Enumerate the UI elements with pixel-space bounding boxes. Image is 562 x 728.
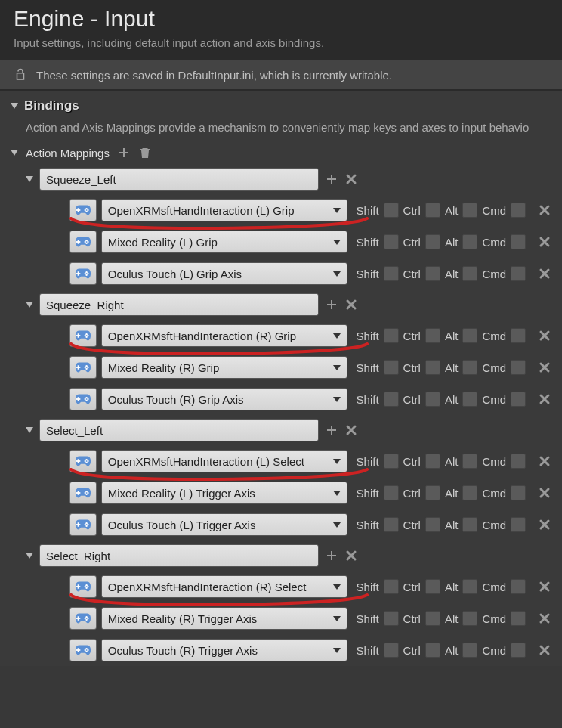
cmd-checkbox[interactable] [511, 266, 526, 281]
shift-checkbox[interactable] [384, 360, 399, 375]
shift-checkbox[interactable] [384, 485, 399, 500]
cmd-checkbox[interactable] [511, 328, 526, 343]
gamepad-icon[interactable] [69, 388, 97, 410]
shift-checkbox[interactable] [384, 234, 399, 249]
alt-checkbox[interactable] [462, 360, 477, 375]
ctrl-checkbox[interactable] [425, 234, 440, 249]
alt-checkbox[interactable] [462, 203, 477, 218]
key-select[interactable]: Oculus Touch (L) Grip Axis [101, 262, 347, 285]
shift-checkbox[interactable] [384, 328, 399, 343]
cmd-checkbox[interactable] [511, 454, 526, 469]
key-select[interactable]: Mixed Reality (R) Grip [101, 356, 347, 379]
remove-binding-button[interactable] [538, 267, 551, 280]
shift-checkbox[interactable] [384, 203, 399, 218]
remove-action-button[interactable] [344, 549, 358, 562]
remove-action-button[interactable] [344, 423, 358, 437]
shift-checkbox[interactable] [384, 579, 399, 594]
gamepad-icon[interactable] [69, 575, 97, 598]
expand-icon[interactable] [26, 427, 33, 433]
gamepad-icon[interactable] [69, 482, 97, 504]
add-binding-button[interactable] [325, 549, 338, 562]
gamepad-icon[interactable] [69, 199, 97, 221]
ctrl-checkbox[interactable] [425, 203, 440, 218]
remove-action-button[interactable] [344, 172, 358, 186]
add-binding-button[interactable] [325, 298, 338, 311]
key-select[interactable]: OpenXRMsftHandInteraction (L) Select [101, 450, 347, 472]
shift-checkbox[interactable] [384, 643, 399, 658]
remove-binding-button[interactable] [538, 643, 551, 657]
remove-binding-button[interactable] [538, 203, 551, 217]
alt-checkbox[interactable] [462, 266, 477, 281]
cmd-checkbox[interactable] [511, 203, 526, 218]
clear-mappings-button[interactable] [138, 146, 152, 160]
cmd-checkbox[interactable] [511, 392, 526, 407]
add-binding-button[interactable] [325, 172, 338, 186]
cmd-checkbox[interactable] [511, 579, 526, 594]
action-name-input[interactable] [39, 168, 319, 191]
expand-icon[interactable] [11, 150, 18, 156]
gamepad-icon[interactable] [69, 324, 97, 347]
add-binding-button[interactable] [325, 423, 338, 437]
key-select[interactable]: Oculus Touch (R) Trigger Axis [101, 639, 347, 661]
gamepad-icon[interactable] [69, 607, 97, 630]
remove-binding-button[interactable] [538, 454, 551, 468]
alt-checkbox[interactable] [462, 611, 477, 626]
alt-checkbox[interactable] [462, 485, 477, 500]
key-select[interactable]: OpenXRMsftHandInteraction (R) Grip [101, 324, 347, 347]
gamepad-icon[interactable] [69, 231, 97, 253]
shift-checkbox[interactable] [384, 517, 399, 532]
action-name-input[interactable] [39, 419, 319, 441]
alt-checkbox[interactable] [462, 392, 477, 407]
gamepad-icon[interactable] [69, 450, 97, 472]
expand-icon[interactable] [26, 553, 33, 559]
remove-binding-button[interactable] [538, 612, 551, 625]
gamepad-icon[interactable] [69, 356, 97, 379]
action-name-input[interactable] [39, 293, 319, 316]
ctrl-checkbox[interactable] [425, 266, 440, 281]
remove-binding-button[interactable] [538, 329, 551, 342]
ctrl-checkbox[interactable] [425, 360, 440, 375]
remove-binding-button[interactable] [538, 518, 551, 531]
ctrl-checkbox[interactable] [425, 611, 440, 626]
ctrl-checkbox[interactable] [425, 517, 440, 532]
shift-checkbox[interactable] [384, 392, 399, 407]
expand-icon[interactable] [26, 302, 33, 308]
section-header[interactable]: Bindings [0, 91, 562, 121]
ctrl-checkbox[interactable] [425, 328, 440, 343]
add-mapping-button[interactable] [117, 146, 131, 160]
remove-binding-button[interactable] [538, 235, 551, 249]
alt-checkbox[interactable] [462, 328, 477, 343]
key-select[interactable]: Oculus Touch (R) Grip Axis [101, 388, 347, 410]
alt-checkbox[interactable] [462, 517, 477, 532]
remove-binding-button[interactable] [538, 392, 551, 406]
gamepad-icon[interactable] [69, 262, 97, 285]
ctrl-checkbox[interactable] [425, 643, 440, 658]
alt-checkbox[interactable] [462, 234, 477, 249]
shift-checkbox[interactable] [384, 454, 399, 469]
alt-checkbox[interactable] [462, 454, 477, 469]
gamepad-icon[interactable] [69, 513, 97, 536]
cmd-checkbox[interactable] [511, 517, 526, 532]
alt-checkbox[interactable] [462, 579, 477, 594]
ctrl-checkbox[interactable] [425, 392, 440, 407]
remove-binding-button[interactable] [538, 486, 551, 500]
cmd-checkbox[interactable] [511, 611, 526, 626]
key-select[interactable]: Mixed Reality (L) Grip [101, 231, 347, 253]
cmd-checkbox[interactable] [511, 643, 526, 658]
key-select[interactable]: Oculus Touch (L) Trigger Axis [101, 513, 347, 536]
cmd-checkbox[interactable] [511, 485, 526, 500]
alt-checkbox[interactable] [462, 643, 477, 658]
shift-checkbox[interactable] [384, 611, 399, 626]
remove-action-button[interactable] [344, 298, 358, 311]
expand-icon[interactable] [26, 176, 33, 182]
remove-binding-button[interactable] [538, 580, 551, 593]
ctrl-checkbox[interactable] [425, 454, 440, 469]
key-select[interactable]: OpenXRMsftHandInteraction (L) Grip [101, 199, 347, 221]
remove-binding-button[interactable] [538, 361, 551, 374]
key-select[interactable]: Mixed Reality (R) Trigger Axis [101, 607, 347, 630]
cmd-checkbox[interactable] [511, 234, 526, 249]
shift-checkbox[interactable] [384, 266, 399, 281]
gamepad-icon[interactable] [69, 639, 97, 661]
key-select[interactable]: Mixed Reality (L) Trigger Axis [101, 482, 347, 504]
ctrl-checkbox[interactable] [425, 485, 440, 500]
